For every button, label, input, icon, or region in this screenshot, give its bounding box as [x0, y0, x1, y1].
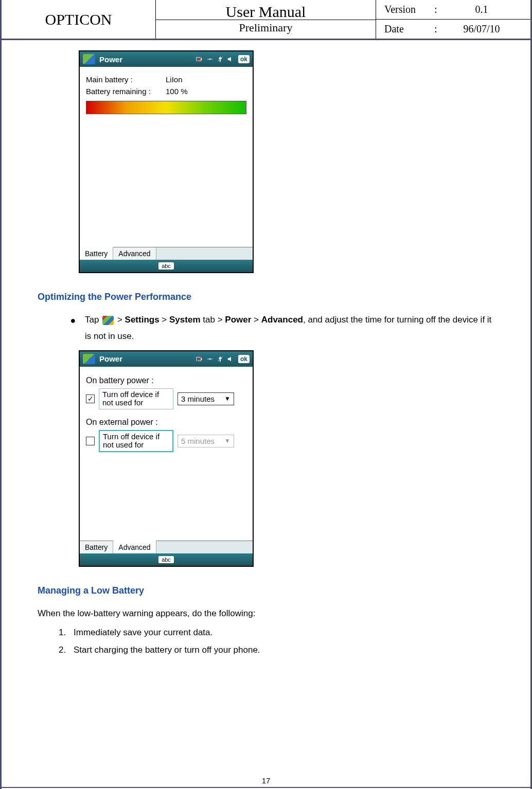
- sip-key: abc: [158, 556, 174, 563]
- external-timeout-dropdown[interactable]: 5 minutes ▼: [178, 435, 234, 447]
- page-number: 17: [2, 775, 530, 787]
- window-title: Power: [99, 354, 194, 363]
- dropdown-caret-icon: ▼: [224, 395, 230, 402]
- battery-icon: [196, 56, 203, 63]
- doc-meta: Version : 0.1 Date : 96/07/10: [376, 0, 530, 39]
- section-lowbattery-title: Managing a Low Battery: [38, 585, 494, 596]
- step-2: Start charging the battery or turn off y…: [68, 641, 494, 659]
- battery-icon: [196, 355, 203, 363]
- date-label: Date: [384, 23, 431, 35]
- version-label: Version: [384, 4, 431, 15]
- tab-advanced[interactable]: Advanced: [113, 540, 156, 553]
- doc-subtitle: Preliminary: [156, 20, 376, 34]
- ok-button[interactable]: ok: [238, 355, 250, 363]
- battery-remaining-label: Battery remaining :: [86, 87, 166, 96]
- svg-rect-5: [201, 358, 202, 360]
- external-timeout-value: 5 minutes: [181, 437, 215, 445]
- speaker-icon: [227, 56, 234, 63]
- gt: >: [162, 315, 167, 325]
- doc-header: OPTICON User Manual Preliminary Version …: [2, 0, 530, 40]
- start-icon[interactable]: [83, 354, 95, 364]
- bullet-icon: ●: [68, 312, 78, 329]
- signal-icon: [217, 355, 224, 363]
- brand: OPTICON: [2, 0, 156, 39]
- path-system: System: [169, 315, 200, 325]
- section-optimizing-title: Optimizing the Power Performance: [38, 292, 494, 302]
- main-battery-value: LiIon: [166, 75, 183, 84]
- bullet-optimizing: ● Tap > Settings > System tab > Power > …: [68, 312, 494, 345]
- speaker-icon: [227, 355, 234, 363]
- sip-key: abc: [158, 262, 174, 270]
- status-icons: [196, 56, 234, 63]
- word-tab: tab: [203, 315, 215, 325]
- tabs: Battery Advanced: [80, 541, 253, 553]
- screenshot-power-battery: Power ok Main battery : LiIon Battery re…: [79, 50, 254, 273]
- signal-icon: [217, 56, 224, 63]
- battery-turnoff-label: Turn off device if not used for: [99, 388, 173, 409]
- lowbattery-intro: When the low-battery warning appears, do…: [38, 605, 494, 622]
- screenshot-power-advanced: Power ok On battery power : ✓ Turn off d…: [79, 350, 254, 567]
- footer-rule: [2, 787, 530, 789]
- doc-title: User Manual: [226, 4, 306, 20]
- on-battery-label: On battery power :: [86, 376, 246, 385]
- sep: :: [431, 4, 441, 15]
- main-battery-label: Main battery :: [86, 75, 166, 84]
- titlebar: Power ok: [80, 351, 253, 367]
- ok-button[interactable]: ok: [238, 55, 250, 63]
- path-advanced: Advanced: [261, 315, 303, 325]
- on-external-label: On external power :: [86, 418, 246, 427]
- date-value: 96/07/10: [441, 23, 522, 35]
- external-turnoff-label: Turn off device if not used for: [99, 430, 173, 452]
- start-flag-icon: [102, 316, 114, 325]
- status-icons: [196, 355, 234, 363]
- titlebar: Power ok: [80, 51, 253, 67]
- external-checkbox[interactable]: [86, 437, 95, 445]
- battery-timeout-dropdown[interactable]: 3 minutes ▼: [178, 392, 234, 405]
- tabs: Battery Advanced: [80, 247, 253, 260]
- version-value: 0.1: [441, 4, 522, 15]
- sip-bar[interactable]: abc: [80, 260, 253, 272]
- txt-tap: Tap: [85, 315, 99, 325]
- lowbattery-steps: Immediately save your current data. Star…: [68, 624, 494, 659]
- battery-checkbox[interactable]: ✓: [86, 394, 95, 403]
- title-block: User Manual Preliminary: [156, 0, 376, 39]
- gt: >: [218, 315, 223, 325]
- sync-icon: [206, 56, 214, 63]
- window-title: Power: [99, 55, 194, 64]
- svg-rect-1: [201, 58, 202, 60]
- sep: :: [431, 23, 441, 35]
- path-settings: Settings: [125, 315, 159, 325]
- dropdown-caret-icon: ▼: [224, 437, 230, 444]
- start-icon[interactable]: [83, 54, 95, 64]
- battery-gradient-bar: [86, 101, 246, 114]
- gt: >: [117, 315, 122, 325]
- tab-battery[interactable]: Battery: [80, 246, 113, 260]
- step-1: Immediately save your current data.: [68, 624, 494, 641]
- tab-battery[interactable]: Battery: [80, 541, 113, 553]
- sync-icon: [206, 355, 214, 363]
- tab-advanced[interactable]: Advanced: [113, 247, 156, 260]
- path-power: Power: [225, 315, 251, 325]
- battery-remaining-value: 100 %: [166, 87, 188, 96]
- gt: >: [254, 315, 259, 325]
- sip-bar[interactable]: abc: [80, 553, 253, 566]
- battery-timeout-value: 3 minutes: [181, 394, 215, 403]
